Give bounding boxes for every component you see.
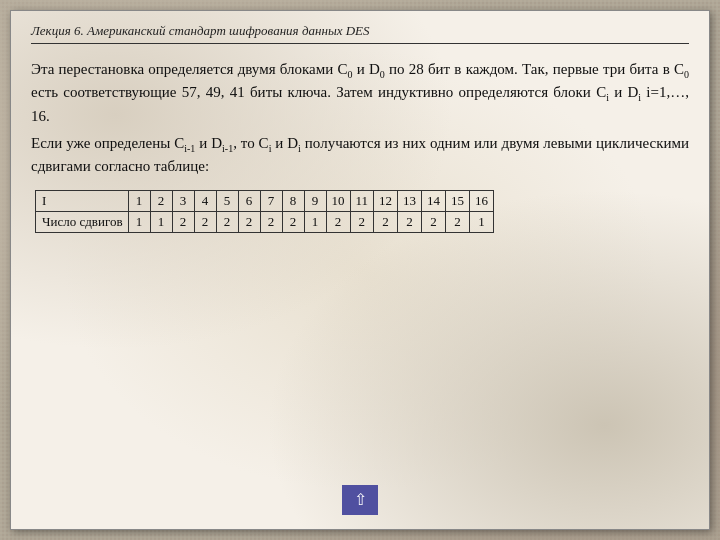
row2-col1: 1 <box>128 212 150 233</box>
row1-col6: 6 <box>238 191 260 212</box>
main-content: Эта перестановка определяется двумя блок… <box>31 58 689 178</box>
table-row-2: Число сдвигов 1 1 2 2 2 2 2 2 1 2 2 2 2 … <box>36 212 494 233</box>
row1-col8: 8 <box>282 191 304 212</box>
row1-col12: 12 <box>374 191 398 212</box>
header-text: Лекция 6. Американский стандарт шифрован… <box>31 23 370 38</box>
row2-col6: 2 <box>238 212 260 233</box>
row1-col3: 3 <box>172 191 194 212</box>
nav-arrow-icon: ⇧ <box>354 492 367 508</box>
row2-col10: 2 <box>326 212 350 233</box>
row1-label: I <box>36 191 129 212</box>
row2-col15: 2 <box>446 212 470 233</box>
table-row-1: I 1 2 3 4 5 6 7 8 9 10 11 12 13 14 15 16 <box>36 191 494 212</box>
row2-label: Число сдвигов <box>36 212 129 233</box>
paragraph-2: Если уже определены Ci-1 и Di-1, то Ci и… <box>31 132 689 179</box>
row2-col12: 2 <box>374 212 398 233</box>
para2-text1: Если уже определены Ci-1 и Di-1, то Ci и… <box>31 135 301 151</box>
row1-col10: 10 <box>326 191 350 212</box>
row1-col5: 5 <box>216 191 238 212</box>
para1-text1: Эта перестановка определяется двумя блок… <box>31 61 352 77</box>
row1-col7: 7 <box>260 191 282 212</box>
table-container: I 1 2 3 4 5 6 7 8 9 10 11 12 13 14 15 16… <box>35 190 689 233</box>
row1-col1: 1 <box>128 191 150 212</box>
row2-col8: 2 <box>282 212 304 233</box>
row2-col13: 2 <box>398 212 422 233</box>
para1-text3: есть соответствующие 57, 49, 41 биты клю… <box>31 84 641 100</box>
row1-col13: 13 <box>398 191 422 212</box>
row2-col11: 2 <box>350 212 374 233</box>
slide: Лекция 6. Американский стандарт шифрован… <box>10 10 710 530</box>
row1-col15: 15 <box>446 191 470 212</box>
paragraph-1: Эта перестановка определяется двумя блок… <box>31 58 689 128</box>
row1-col9: 9 <box>304 191 326 212</box>
row2-col16: 1 <box>470 212 494 233</box>
row2-col4: 2 <box>194 212 216 233</box>
row1-col14: 14 <box>422 191 446 212</box>
row2-col7: 2 <box>260 212 282 233</box>
row1-col16: 16 <box>470 191 494 212</box>
row2-col9: 1 <box>304 212 326 233</box>
row1-col2: 2 <box>150 191 172 212</box>
row2-col3: 2 <box>172 212 194 233</box>
row2-col2: 1 <box>150 212 172 233</box>
row2-col14: 2 <box>422 212 446 233</box>
row1-col4: 4 <box>194 191 216 212</box>
nav-button[interactable]: ⇧ <box>342 485 378 515</box>
row2-col5: 2 <box>216 212 238 233</box>
slide-header: Лекция 6. Американский стандарт шифрован… <box>31 23 689 44</box>
para1-text2: и D0 по 28 бит в каждом. Так, первые три… <box>357 61 689 77</box>
shifts-table: I 1 2 3 4 5 6 7 8 9 10 11 12 13 14 15 16… <box>35 190 494 233</box>
row1-col11: 11 <box>350 191 374 212</box>
